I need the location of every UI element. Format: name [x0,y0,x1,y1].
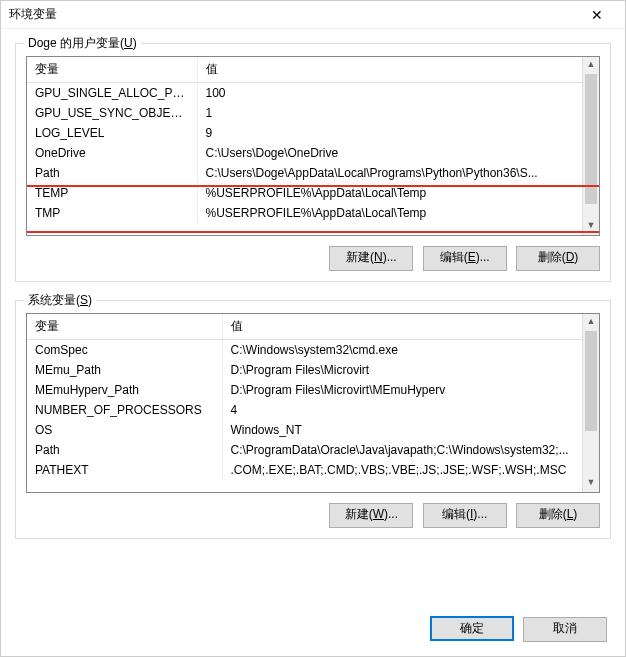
var-name: MEmu_Path [27,360,222,380]
table-row[interactable]: NUMBER_OF_PROCESSORS4 [27,400,599,420]
var-value: C:\Users\Doge\OneDrive [197,143,599,163]
scroll-up-icon[interactable]: ▲ [583,57,599,74]
dialog-content: Doge 的用户变量(U) 变量 值 GPU_SINGLE_ALLOC_PERC… [1,29,625,567]
var-name: MEmuHyperv_Path [27,380,222,400]
table-row[interactable]: GPU_USE_SYNC_OBJECTS1 [27,103,599,123]
var-value: Windows_NT [222,420,599,440]
col-variable[interactable]: 变量 [27,314,222,340]
edit-user-var-button[interactable]: 编辑(E)... [423,246,507,271]
var-value: %USERPROFILE%\AppData\Local\Temp [197,183,599,203]
var-name: LOG_LEVEL [27,123,197,143]
user-vars-scrollbar[interactable]: ▲ ▼ [582,57,599,235]
user-vars-table[interactable]: 变量 值 GPU_SINGLE_ALLOC_PERC...100 GPU_USE… [27,57,599,223]
table-header-row: 变量 值 [27,57,599,83]
table-row[interactable]: MEmu_PathD:\Program Files\Microvirt [27,360,599,380]
scroll-down-icon[interactable]: ▼ [583,475,599,492]
table-row[interactable]: OSWindows_NT [27,420,599,440]
scroll-up-icon[interactable]: ▲ [583,314,599,331]
var-value: C:\ProgramData\Oracle\Java\javapath;C:\W… [222,440,599,460]
delete-system-var-button[interactable]: 删除(L) [516,503,600,528]
var-value: D:\Program Files\Microvirt [222,360,599,380]
table-row[interactable]: PathC:\ProgramData\Oracle\Java\javapath;… [27,440,599,460]
system-vars-label: 系统变量(S) [24,292,96,309]
table-row[interactable]: PathC:\Users\Doge\AppData\Local\Programs… [27,163,599,183]
user-vars-table-wrap: 变量 值 GPU_SINGLE_ALLOC_PERC...100 GPU_USE… [26,56,600,236]
table-row[interactable]: TEMP%USERPROFILE%\AppData\Local\Temp [27,183,599,203]
window-title: 环境变量 [9,6,577,23]
table-row[interactable]: OneDriveC:\Users\Doge\OneDrive [27,143,599,163]
var-value: D:\Program Files\Microvirt\MEmuHyperv [222,380,599,400]
var-name: Path [27,163,197,183]
system-vars-buttons: 新建(W)... 编辑(I)... 删除(L) [26,493,600,528]
ok-button[interactable]: 确定 [430,616,514,641]
dialog-footer: 确定 取消 [424,616,607,642]
scroll-down-icon[interactable]: ▼ [583,218,599,235]
table-row[interactable]: PATHEXT.COM;.EXE;.BAT;.CMD;.VBS;.VBE;.JS… [27,460,599,480]
col-value[interactable]: 值 [197,57,599,83]
var-value: .COM;.EXE;.BAT;.CMD;.VBS;.VBE;.JS;.JSE;.… [222,460,599,480]
col-variable[interactable]: 变量 [27,57,197,83]
var-value: 4 [222,400,599,420]
var-name: OS [27,420,222,440]
close-icon[interactable]: ✕ [577,1,617,29]
var-name: ComSpec [27,340,222,361]
system-vars-scrollbar[interactable]: ▲ ▼ [582,314,599,492]
table-row[interactable]: ComSpecC:\Windows\system32\cmd.exe [27,340,599,361]
cancel-button[interactable]: 取消 [523,617,607,642]
edit-system-var-button[interactable]: 编辑(I)... [423,503,507,528]
var-name: GPU_USE_SYNC_OBJECTS [27,103,197,123]
var-value: 100 [197,83,599,104]
new-user-var-button[interactable]: 新建(N)... [329,246,413,271]
var-value: %USERPROFILE%\AppData\Local\Temp [197,203,599,223]
table-row[interactable]: MEmuHyperv_PathD:\Program Files\Microvir… [27,380,599,400]
user-vars-label: Doge 的用户变量(U) [24,35,141,52]
var-name: TEMP [27,183,197,203]
user-vars-group: Doge 的用户变量(U) 变量 值 GPU_SINGLE_ALLOC_PERC… [15,43,611,282]
var-name: OneDrive [27,143,197,163]
user-vars-buttons: 新建(N)... 编辑(E)... 删除(D) [26,236,600,271]
scroll-thumb[interactable] [585,74,597,204]
var-name: Path [27,440,222,460]
env-vars-dialog: 环境变量 ✕ Doge 的用户变量(U) 变量 值 GPU_S [0,0,626,657]
var-name: GPU_SINGLE_ALLOC_PERC... [27,83,197,104]
table-header-row: 变量 值 [27,314,599,340]
new-system-var-button[interactable]: 新建(W)... [329,503,413,528]
var-name: NUMBER_OF_PROCESSORS [27,400,222,420]
delete-user-var-button[interactable]: 删除(D) [516,246,600,271]
var-value: C:\Windows\system32\cmd.exe [222,340,599,361]
titlebar: 环境变量 ✕ [1,1,625,29]
table-row[interactable]: LOG_LEVEL9 [27,123,599,143]
table-row[interactable]: GPU_SINGLE_ALLOC_PERC...100 [27,83,599,104]
scroll-thumb[interactable] [585,331,597,431]
var-value: C:\Users\Doge\AppData\Local\Programs\Pyt… [197,163,599,183]
var-name: PATHEXT [27,460,222,480]
system-vars-table-wrap: 变量 值 ComSpecC:\Windows\system32\cmd.exe … [26,313,600,493]
system-vars-table[interactable]: 变量 值 ComSpecC:\Windows\system32\cmd.exe … [27,314,599,480]
col-value[interactable]: 值 [222,314,599,340]
var-value: 9 [197,123,599,143]
table-row[interactable]: TMP%USERPROFILE%\AppData\Local\Temp [27,203,599,223]
var-name: TMP [27,203,197,223]
system-vars-group: 系统变量(S) 变量 值 ComSpecC:\Windows\system32\… [15,300,611,539]
var-value: 1 [197,103,599,123]
